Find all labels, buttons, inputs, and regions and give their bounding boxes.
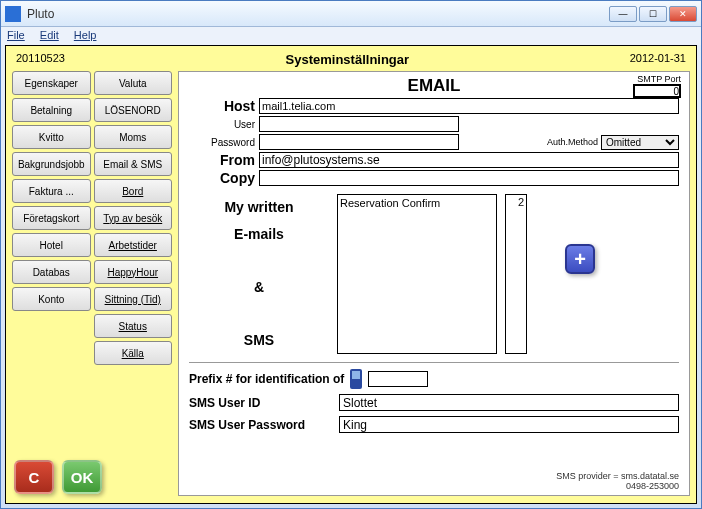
templates-countbox: 2 bbox=[505, 194, 527, 354]
window-title: Pluto bbox=[27, 7, 54, 21]
phone-icon bbox=[350, 369, 362, 389]
user-input[interactable] bbox=[259, 116, 459, 132]
auth-method-label: Auth.Method bbox=[547, 137, 598, 147]
header-code: 20110523 bbox=[16, 52, 65, 67]
password-input[interactable] bbox=[259, 134, 459, 150]
btn-losenord[interactable]: LÖSENORD bbox=[94, 98, 173, 122]
btn-sittning[interactable]: Sittning (Tid) bbox=[94, 287, 173, 311]
btn-valuta[interactable]: Valuta bbox=[94, 71, 173, 95]
menu-edit[interactable]: Edit bbox=[40, 29, 59, 41]
btn-kvitto[interactable]: Kvitto bbox=[12, 125, 91, 149]
prefix-input[interactable] bbox=[368, 371, 428, 387]
auth-method-select[interactable]: Omitted bbox=[601, 135, 679, 150]
maximize-button[interactable]: ☐ bbox=[639, 6, 667, 22]
menu-help[interactable]: Help bbox=[74, 29, 97, 41]
smtp-port-input[interactable] bbox=[633, 84, 681, 98]
header-date: 2012-01-31 bbox=[630, 52, 686, 67]
content: Egenskaper Valuta Betalning LÖSENORD Kvi… bbox=[12, 71, 690, 496]
minimize-button[interactable]: — bbox=[609, 6, 637, 22]
btn-databas[interactable]: Databas bbox=[12, 260, 91, 284]
menubar: File Edit Help bbox=[1, 27, 701, 45]
main-panel: EMAIL SMTP Port Host User Password bbox=[178, 71, 690, 496]
ok-button[interactable]: OK bbox=[62, 460, 102, 494]
sidebar-button-grid: Egenskaper Valuta Betalning LÖSENORD Kvi… bbox=[12, 71, 172, 365]
sms-password-input[interactable] bbox=[339, 416, 679, 433]
btn-email-sms[interactable]: Email & SMS bbox=[94, 152, 173, 176]
password-label: Password bbox=[189, 137, 259, 148]
btn-moms[interactable]: Moms bbox=[94, 125, 173, 149]
app-icon bbox=[5, 6, 21, 22]
app-window: Pluto — ☐ ✕ File Edit Help 20110523 Syst… bbox=[0, 0, 702, 509]
close-button[interactable]: ✕ bbox=[669, 6, 697, 22]
from-label: From bbox=[189, 152, 259, 168]
templates-listbox[interactable]: Reservation Confirm bbox=[337, 194, 497, 354]
btn-typ-av-besok[interactable]: Typ av besök bbox=[94, 206, 173, 230]
from-input[interactable] bbox=[259, 152, 679, 168]
bottom-actions: C OK bbox=[12, 456, 172, 496]
btn-faktura[interactable]: Faktura ... bbox=[12, 179, 91, 203]
sms-user-id-label: SMS User ID bbox=[189, 396, 339, 410]
templates-label: My written E-mails & SMS bbox=[189, 194, 329, 354]
smtp-port-block: SMTP Port bbox=[633, 74, 681, 98]
workarea: 20110523 Systeminställningar 2012-01-31 … bbox=[5, 45, 697, 504]
email-section-title: EMAIL bbox=[189, 76, 679, 96]
menu-file[interactable]: File bbox=[7, 29, 25, 41]
copy-input[interactable] bbox=[259, 170, 679, 186]
btn-status[interactable]: Status bbox=[94, 314, 173, 338]
sms-user-id-input[interactable] bbox=[339, 394, 679, 411]
sms-password-label: SMS User Password bbox=[189, 418, 339, 432]
cancel-button[interactable]: C bbox=[14, 460, 54, 494]
user-label: User bbox=[189, 119, 259, 130]
sidebar: Egenskaper Valuta Betalning LÖSENORD Kvi… bbox=[12, 71, 172, 496]
btn-bord[interactable]: Bord bbox=[94, 179, 173, 203]
list-item[interactable]: Reservation Confirm bbox=[340, 197, 494, 209]
copy-label: Copy bbox=[189, 170, 259, 186]
prefix-label: Prefix # for identification of bbox=[189, 372, 344, 386]
host-label: Host bbox=[189, 98, 259, 114]
separator bbox=[189, 362, 679, 363]
smtp-port-label: SMTP Port bbox=[633, 74, 681, 84]
add-template-button[interactable]: + bbox=[565, 244, 595, 274]
header-row: 20110523 Systeminställningar 2012-01-31 bbox=[12, 52, 690, 67]
btn-bakgrundsjobb[interactable]: Bakgrundsjobb bbox=[12, 152, 91, 176]
btn-happyhour[interactable]: HappyHour bbox=[94, 260, 173, 284]
btn-betalning[interactable]: Betalning bbox=[12, 98, 91, 122]
btn-foretagskort[interactable]: Företagskort bbox=[12, 206, 91, 230]
host-input[interactable] bbox=[259, 98, 679, 114]
btn-konto[interactable]: Konto bbox=[12, 287, 91, 311]
btn-egenskaper[interactable]: Egenskaper bbox=[12, 71, 91, 95]
page-title: Systeminställningar bbox=[65, 52, 630, 67]
templates-block: My written E-mails & SMS Reservation Con… bbox=[189, 194, 679, 354]
window-controls: — ☐ ✕ bbox=[609, 6, 697, 22]
btn-hotel[interactable]: Hotel bbox=[12, 233, 91, 257]
btn-kalla[interactable]: Källa bbox=[94, 341, 173, 365]
footer-note: SMS provider = sms.datatal.se 0498-25300… bbox=[556, 471, 679, 491]
titlebar[interactable]: Pluto — ☐ ✕ bbox=[1, 1, 701, 27]
btn-arbetstider[interactable]: Arbetstider bbox=[94, 233, 173, 257]
